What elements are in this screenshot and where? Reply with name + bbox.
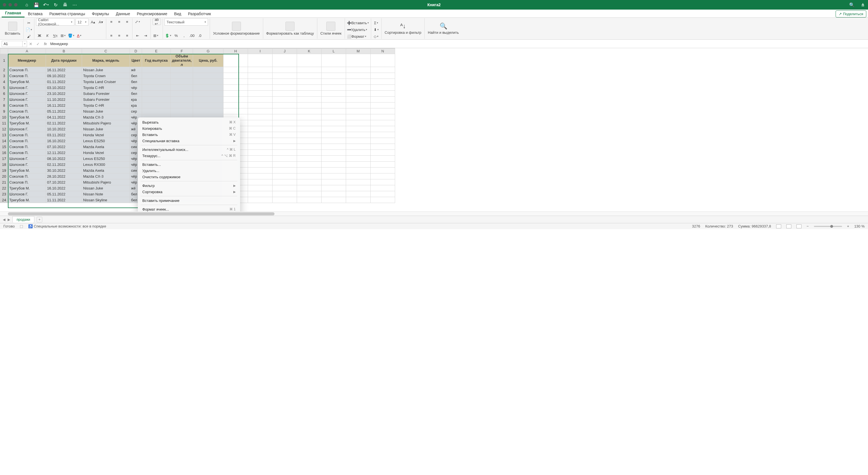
cell[interactable] [272,73,297,79]
cell[interactable] [297,91,321,97]
col-header-E[interactable]: E [142,48,171,54]
align-left-icon[interactable]: ≡ [108,32,115,39]
cell[interactable]: 08.10.2022 [46,156,82,162]
row-header-13[interactable]: 13 [0,132,8,138]
menu-item[interactable]: Очистить содержимое [138,174,240,180]
table-header-cell[interactable]: Объём двигателя, л [171,54,193,67]
cell[interactable] [370,108,395,114]
cell[interactable] [272,126,297,132]
cell[interactable] [321,85,346,91]
cell[interactable] [272,173,297,179]
cell[interactable] [346,150,370,156]
tab-layout[interactable]: Разметка страницы [46,10,89,18]
cell[interactable] [321,197,346,203]
cell[interactable] [297,191,321,197]
cell[interactable] [321,162,346,168]
cell[interactable] [297,168,321,173]
cell[interactable] [370,179,395,185]
align-middle-icon[interactable]: ≡ [116,18,123,25]
menu-item[interactable]: Вставить⌘ V [138,132,240,138]
cell[interactable] [272,144,297,150]
cell[interactable] [223,54,248,67]
cell[interactable]: Nissan Juke [82,67,130,73]
name-box-dropdown[interactable]: ▾ [23,41,27,47]
col-header-B[interactable]: B [46,48,82,54]
cell[interactable] [223,102,248,108]
cell[interactable]: кра [130,97,142,102]
cell[interactable]: Шолохов Г. [8,126,46,132]
cell[interactable]: 11.11.2022 [46,197,82,203]
cell[interactable] [171,91,193,97]
cell[interactable] [297,85,321,91]
zoom-out-icon[interactable]: − [807,224,809,228]
cell[interactable]: Toyota C-HR [82,85,130,91]
cell[interactable] [321,126,346,132]
cell[interactable]: Соколов П. [8,73,46,79]
cell[interactable] [346,67,370,73]
cell[interactable] [171,73,193,79]
cell[interactable]: Toyota C-HR [82,102,130,108]
cell[interactable] [370,144,395,150]
cell[interactable] [248,108,272,114]
cell[interactable] [370,173,395,179]
cell[interactable] [346,120,370,126]
row-header-2[interactable]: 2 [0,67,8,73]
cell[interactable] [193,85,223,91]
cell[interactable]: Subaru Forester [82,91,130,97]
currency-icon[interactable]: 💲▾ [164,32,172,39]
cancel-formula-icon[interactable]: ✕ [27,42,34,46]
cell[interactable] [272,179,297,185]
cell[interactable] [248,97,272,102]
row-header-9[interactable]: 9 [0,108,8,114]
table-header-cell[interactable]: Дата продажи [46,54,82,67]
cell[interactable]: бел [130,79,142,85]
increase-font-icon[interactable]: A▴ [90,19,96,25]
cell[interactable] [346,162,370,168]
cell[interactable] [272,162,297,168]
cell[interactable] [248,79,272,85]
cell[interactable] [272,67,297,73]
cell[interactable] [346,179,370,185]
minimize-window[interactable] [8,3,12,6]
cell[interactable]: 05.11.2022 [46,191,82,197]
cell[interactable]: 03.11.2022 [46,132,82,138]
cell[interactable]: Соколов П. [8,102,46,108]
cell[interactable] [346,114,370,120]
cell[interactable]: Тригубов М. [8,197,46,203]
cell[interactable] [321,150,346,156]
cell[interactable] [346,173,370,179]
row-header-12[interactable]: 12 [0,126,8,132]
sort-filter-button[interactable]: ᴬ↓Сортировка и фильтр [383,18,423,39]
cell[interactable] [223,67,248,73]
row-header-7[interactable]: 7 [0,97,8,102]
cell[interactable] [223,79,248,85]
cell[interactable]: жё [130,67,142,73]
cell[interactable] [297,162,321,168]
cell[interactable]: Шолохов Г. [8,85,46,91]
menu-item[interactable]: Копировать⌘ C [138,125,240,132]
fx-label[interactable]: fx [44,42,47,46]
cell[interactable] [272,132,297,138]
cell[interactable] [370,132,395,138]
cell[interactable]: Mazda Axela [82,144,130,150]
cell[interactable] [297,97,321,102]
cell[interactable] [171,108,193,114]
cell[interactable] [321,168,346,173]
cell[interactable] [193,108,223,114]
cell[interactable] [346,102,370,108]
cell[interactable] [142,91,171,97]
horizontal-scrollbar[interactable] [0,211,868,216]
cell[interactable] [272,97,297,102]
worksheet-grid[interactable]: ABCDEFGHIJKLMN1МенеджерДата продажиМарка… [0,48,868,211]
sheet-prev-icon[interactable]: ◀ [3,218,5,222]
row-header-16[interactable]: 16 [0,150,8,156]
cell[interactable] [142,97,171,102]
find-select-button[interactable]: 🔍Найти и выделить [426,18,460,39]
cell[interactable] [248,156,272,162]
formula-input[interactable]: Менеджер [49,42,868,46]
cell[interactable]: Соколов П. [8,173,46,179]
cell[interactable] [370,156,395,162]
cell[interactable]: Соколов П. [8,132,46,138]
cut-icon[interactable]: ✂ [25,20,32,26]
cell[interactable] [248,168,272,173]
